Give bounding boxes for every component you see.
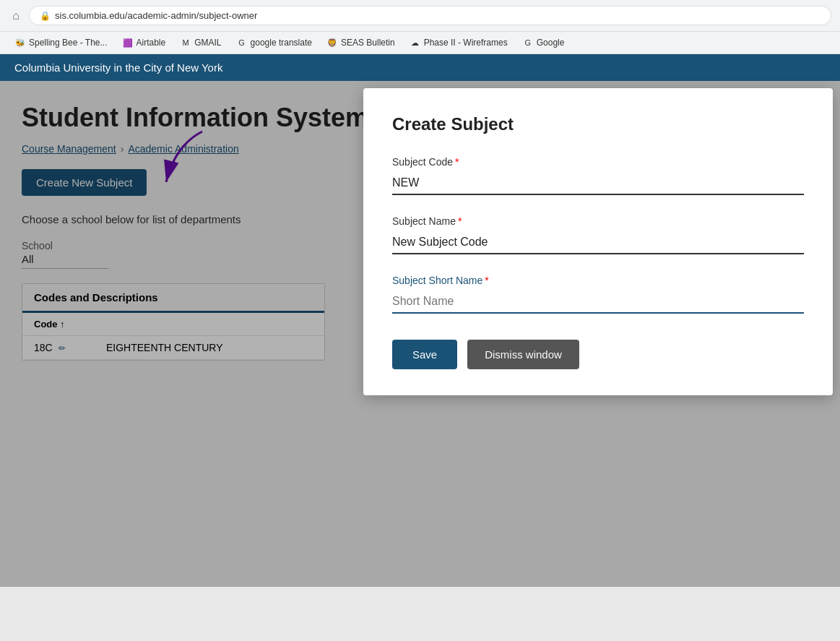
subject-name-group: Subject Name* [392,215,804,254]
bookmark-item[interactable]: 🦁SEAS Bulletin [321,35,401,51]
bookmark-icon: 🐝 [14,37,26,48]
address-bar[interactable]: 🔒 sis.columbia.edu/academic-admin/subjec… [29,6,831,25]
modal-overlay: Create Subject Subject Code* Subject Nam… [0,81,840,587]
bookmark-label: Spelling Bee - The... [29,38,108,48]
browser-chrome: ⌂ 🔒 sis.columbia.edu/academic-admin/subj… [0,0,840,54]
bookmark-label: Phase II - Wireframes [424,38,508,48]
bookmark-icon: ☁ [410,37,421,48]
bookmark-icon: M [180,37,191,48]
bookmark-item[interactable]: ☁Phase II - Wireframes [404,35,514,51]
subject-code-input[interactable] [392,172,804,195]
bookmark-label: Airtable [137,38,166,48]
modal-title: Create Subject [392,114,804,134]
subject-short-name-label: Subject Short Name* [392,275,804,286]
bookmark-icon: G [522,37,534,48]
subject-name-label: Subject Name* [392,215,804,227]
subject-short-name-input[interactable] [392,291,804,314]
subject-code-group: Subject Code* [392,156,804,195]
subject-name-input[interactable] [392,231,804,254]
bookmark-icon: 🟪 [122,37,134,48]
subject-code-label: Subject Code* [392,156,804,168]
dismiss-button[interactable]: Dismiss window [467,340,579,369]
bookmark-label: Google [537,38,565,48]
page-wrapper: Columbia University in the City of New Y… [0,54,840,587]
bookmark-item[interactable]: Ggoogle translate [230,35,318,51]
modal-buttons: Save Dismiss window [392,340,804,369]
cu-header: Columbia University in the City of New Y… [0,54,840,81]
save-button[interactable]: Save [392,340,457,369]
bookmark-item[interactable]: GGoogle [516,35,571,51]
bookmark-label: google translate [251,38,312,48]
browser-titlebar: ⌂ 🔒 sis.columbia.edu/academic-admin/subj… [0,0,840,31]
bookmark-item[interactable]: 🟪Airtable [116,35,172,51]
bookmark-icon: 🦁 [326,37,338,48]
address-text: sis.columbia.edu/academic-admin/subject-… [55,10,257,21]
subject-short-name-group: Subject Short Name* [392,275,804,314]
home-icon[interactable]: ⌂ [9,9,23,23]
bookmark-label: SEAS Bulletin [341,38,395,48]
bookmark-item[interactable]: 🐝Spelling Bee - The... [9,35,113,51]
bookmarks-bar: 🐝Spelling Bee - The...🟪AirtableMGMAILGgo… [0,31,840,53]
cu-header-text: Columbia University in the City of New Y… [14,61,222,74]
bookmark-label: GMAIL [194,38,221,48]
main-content: Student Information System Course Manage… [0,81,840,587]
bookmark-icon: G [236,37,248,48]
lock-icon: 🔒 [40,11,51,21]
bookmark-item[interactable]: MGMAIL [174,35,227,51]
create-subject-modal: Create Subject Subject Code* Subject Nam… [363,88,833,395]
